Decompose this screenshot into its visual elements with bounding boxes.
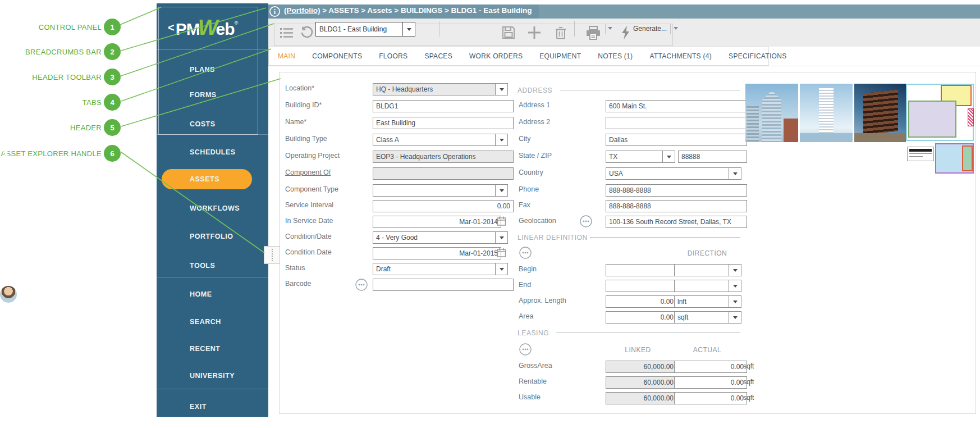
sidebar-item-recent[interactable]: RECENT	[157, 339, 268, 359]
service-interval-input[interactable]: 0.00	[373, 200, 514, 212]
annotation-circle-1: 1	[104, 19, 121, 35]
area-unit-dropdown-button[interactable]	[729, 311, 741, 324]
condition-date-input[interactable]: Mar-01-2015	[373, 247, 501, 259]
condition-select[interactable]: 4 - Very Good	[373, 231, 502, 244]
tab-main[interactable]: MAIN	[278, 52, 295, 60]
toolbar-separator	[574, 21, 575, 37]
toolbar-separator	[670, 24, 671, 34]
sidebar-item-exit[interactable]: EXIT	[157, 397, 268, 417]
tab-spaces[interactable]: SPACES	[424, 52, 452, 60]
end-direction-dropdown-button[interactable]	[729, 280, 741, 292]
field-label-component-type: Component Type	[285, 185, 338, 193]
linked-column-header: LINKED	[606, 346, 670, 354]
field-label-country: Country	[519, 169, 543, 176]
generate-button[interactable]: Generate...	[633, 25, 667, 33]
sidebar-item-assets[interactable]: ASSETS	[157, 169, 268, 189]
begin-direction-select[interactable]	[674, 264, 735, 276]
grossarea-actual-input[interactable]: 0.00	[674, 361, 747, 373]
linear-ellipsis-icon[interactable]	[519, 246, 532, 262]
geolocation-input[interactable]: 100-136 South Record Street, Dallas, TX	[606, 216, 747, 228]
record-list-icon[interactable]	[280, 26, 294, 42]
state-dropdown-button[interactable]	[662, 151, 675, 163]
breadcrumbs-bar-right	[539, 4, 980, 19]
component-of-link[interactable]: Component Of	[285, 169, 331, 176]
rentable-actual-input[interactable]: 0.00	[674, 376, 747, 389]
status-select[interactable]: Draft	[373, 263, 502, 275]
floor-plan-thumbnail[interactable]	[906, 84, 975, 179]
asset-explorer-handle[interactable]	[264, 246, 280, 264]
end-direction-select[interactable]	[674, 280, 735, 292]
tab-floors[interactable]: FLOORS	[379, 52, 407, 60]
building-type-dropdown-button[interactable]	[495, 134, 508, 146]
area-unit-select[interactable]: sqft	[674, 311, 735, 324]
generate-dropdown-caret-icon[interactable]	[674, 30, 678, 40]
record-selector-dropdown-button[interactable]	[403, 22, 415, 37]
field-label-end: End	[519, 281, 531, 289]
city-input[interactable]: Dallas	[606, 134, 747, 146]
sidebar-item-schedules[interactable]: SCHEDULES	[157, 142, 268, 162]
phone-input[interactable]: 888-888-8888	[606, 184, 747, 197]
end-input[interactable]	[606, 280, 677, 292]
name-input[interactable]: East Building	[373, 117, 514, 129]
sidebar-item-tools[interactable]: TOOLS	[157, 256, 268, 276]
location-select[interactable]: HQ - Headquarters	[373, 83, 502, 95]
begin-input[interactable]	[606, 264, 677, 276]
geolocation-ellipsis-icon[interactable]	[579, 215, 593, 230]
tab-notes[interactable]: NOTES (1)	[598, 52, 633, 60]
tab-specifications[interactable]: SPECIFICATIONS	[729, 52, 786, 60]
address2-input[interactable]	[606, 117, 747, 129]
sidebar-item-university[interactable]: UNIVERSITY	[157, 366, 268, 386]
country-select[interactable]: USA	[606, 167, 735, 180]
rentable-linked-input: 60,000.00	[606, 376, 677, 389]
condition-dropdown-button[interactable]	[495, 231, 508, 244]
calendar-icon[interactable]	[497, 247, 506, 260]
building-photo-3[interactable]	[854, 84, 907, 142]
info-icon[interactable]: i	[269, 6, 281, 20]
fax-input[interactable]: 888-888-8888	[606, 200, 747, 212]
country-dropdown-button[interactable]	[729, 167, 741, 180]
address1-input[interactable]: 600 Main St.	[606, 100, 747, 112]
begin-direction-dropdown-button[interactable]	[729, 264, 741, 276]
print-dropdown-caret-icon[interactable]	[608, 30, 612, 40]
building-photo-1[interactable]	[745, 84, 798, 142]
approx-length-input[interactable]: 0.00	[606, 295, 677, 308]
field-label-condition-date: Condition Date	[285, 248, 332, 256]
sidebar-item-home[interactable]: HOME	[157, 284, 268, 304]
field-label-geolocation: Geolocation	[519, 217, 556, 225]
state-select[interactable]: TX	[606, 151, 669, 163]
add-icon[interactable]	[527, 25, 542, 42]
component-type-select[interactable]	[373, 184, 502, 197]
tab-components[interactable]: COMPONENTS	[312, 52, 362, 60]
usable-actual-input[interactable]: 0.00	[674, 392, 747, 404]
in-service-date-input[interactable]: Mar-01-2014	[373, 216, 501, 228]
tab-equipment[interactable]: EQUIPMENT	[539, 52, 581, 60]
building-type-select[interactable]: Class A	[373, 134, 502, 146]
building-id-input[interactable]: BLDG1	[373, 100, 514, 112]
sidebar-item-portfolio[interactable]: PORTFOLIO	[157, 226, 268, 247]
print-icon[interactable]	[585, 26, 601, 43]
record-history-icon[interactable]	[300, 25, 314, 42]
generate-lightning-icon[interactable]	[621, 25, 631, 42]
component-type-dropdown-button[interactable]	[495, 184, 508, 197]
location-dropdown-button[interactable]	[495, 83, 508, 95]
leasing-ellipsis-icon[interactable]	[519, 343, 532, 358]
globe-icon	[0, 231, 21, 242]
zip-input[interactable]: 88888	[678, 151, 747, 163]
area-input[interactable]: 0.00	[606, 311, 677, 324]
calendar-icon[interactable]	[497, 216, 506, 229]
tab-attachments[interactable]: ATTACHMENTS (4)	[649, 52, 712, 60]
building-photo-2[interactable]	[800, 84, 853, 142]
status-dropdown-button[interactable]	[495, 263, 508, 275]
approx-length-unit-dropdown-button[interactable]	[729, 295, 741, 308]
save-icon[interactable]	[501, 25, 516, 42]
approx-length-unit-select[interactable]: lnft	[674, 295, 735, 308]
barcode-input[interactable]	[373, 279, 514, 291]
sidebar-item-search[interactable]: SEARCH	[157, 312, 268, 332]
record-selector-value[interactable]: BLDG1 - East Building	[315, 22, 403, 37]
sidebar-item-workflows[interactable]: WORKFLOWS	[157, 198, 268, 218]
barcode-ellipsis-icon[interactable]	[355, 278, 368, 294]
breadcrumb-path: > ASSETS > Assets > BUILDINGS > BLDG1 - …	[320, 6, 532, 15]
tab-work-orders[interactable]: WORK ORDERS	[469, 52, 523, 60]
delete-icon[interactable]	[553, 25, 568, 42]
breadcrumb-portfolio-link[interactable]: (Portfolio)	[284, 6, 320, 15]
